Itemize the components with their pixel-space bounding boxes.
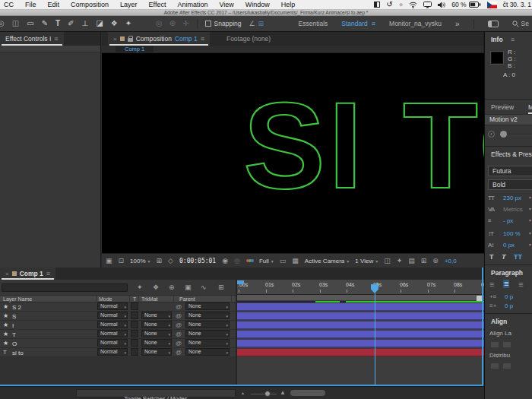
- parent-dropdown[interactable]: None▾: [185, 348, 230, 356]
- trkmat-dropdown[interactable]: None▾: [141, 321, 172, 328]
- snap-angle-icon[interactable]: ∠: [249, 21, 255, 27]
- shy-layers-icon[interactable]: ⊕: [169, 284, 175, 291]
- layer-row-i[interactable]: ★ I Normal▾ None▾ @ None▾: [0, 321, 236, 330]
- timeline-zoom-in-icon[interactable]: ▲: [280, 390, 286, 396]
- blend-mode-dropdown[interactable]: Normal▾: [97, 302, 128, 310]
- panel-menu-icon[interactable]: ≡: [46, 270, 50, 277]
- battery-icon[interactable]: [469, 2, 481, 8]
- blend-mode-dropdown[interactable]: Normal▾: [97, 339, 128, 347]
- menu-help[interactable]: Help: [281, 1, 296, 8]
- baseline-shift-value[interactable]: 0 px: [503, 242, 515, 249]
- kerning-value[interactable]: Metrics: [503, 206, 523, 213]
- tab-motion-partial[interactable]: M: [528, 103, 532, 114]
- parent-dropdown[interactable]: None▾: [185, 312, 230, 319]
- workspace-monitor[interactable]: Monitor_na_vysku: [389, 20, 442, 27]
- pixel-aspect-icon[interactable]: ◫: [384, 258, 391, 264]
- magnification-dropdown[interactable]: 100% ▾: [130, 258, 150, 264]
- layer-name[interactable]: S: [12, 313, 16, 320]
- primary-viewer-icon[interactable]: ⊡: [119, 258, 125, 264]
- menu-view[interactable]: View: [219, 1, 233, 8]
- marquee-tool[interactable]: ◫: [12, 20, 19, 27]
- timeline-button-icon[interactable]: ▤: [408, 258, 415, 264]
- workspace-bar-icon[interactable]: [488, 21, 499, 27]
- timeline-zoom-track[interactable]: [251, 394, 277, 394]
- workspace-standard[interactable]: Standard: [341, 20, 368, 27]
- pickwhip-icon[interactable]: @: [176, 312, 182, 319]
- snapping-checkbox[interactable]: [205, 21, 211, 27]
- brush-tool[interactable]: ✐: [68, 20, 74, 27]
- info-panel-title[interactable]: Info: [491, 36, 503, 43]
- camera-view-dropdown[interactable]: Active Camera ▾: [305, 258, 349, 264]
- trkmat-dropdown[interactable]: None▾: [141, 339, 172, 347]
- pickwhip-icon[interactable]: @: [176, 349, 182, 356]
- exposure-value[interactable]: +0,0: [445, 258, 457, 264]
- composition-viewport[interactable]: SI TO: [102, 53, 484, 253]
- vertical-scale-value[interactable]: 100 %: [503, 230, 521, 237]
- pickwhip-icon[interactable]: @: [176, 331, 182, 337]
- puppet-pin-tool[interactable]: ✦: [125, 20, 131, 27]
- layer-name[interactable]: S 2: [12, 304, 21, 311]
- vertical-scale-dropdown-icon[interactable]: ▾: [529, 230, 531, 236]
- faux-italic-button[interactable]: T: [502, 253, 506, 261]
- indent-right-value[interactable]: 0 p: [505, 302, 513, 309]
- draft-3d-icon[interactable]: ❖: [153, 284, 159, 291]
- layer-row-sito[interactable]: T si to Normal▾ None▾ @ None▾: [0, 348, 236, 357]
- column-parent[interactable]: Parent: [179, 296, 195, 302]
- menu-window[interactable]: Window: [245, 1, 270, 8]
- menu-app[interactable]: CC: [4, 1, 14, 8]
- leading-dropdown-icon[interactable]: ▾: [529, 217, 531, 223]
- blend-mode-dropdown[interactable]: Normal▾: [97, 321, 128, 328]
- layer-bar-shape[interactable]: [237, 303, 484, 311]
- parent-dropdown[interactable]: None▾: [185, 339, 230, 347]
- layer-name[interactable]: T: [12, 331, 16, 338]
- blend-mode-dropdown[interactable]: Normal▾: [97, 312, 128, 319]
- bluetooth-icon[interactable]: ⋄: [399, 2, 404, 8]
- font-size-value[interactable]: 230 px: [503, 195, 521, 201]
- work-area-bar[interactable]: [237, 295, 484, 301]
- toggle-switches-button[interactable]: Toggle Switches / Modes: [76, 389, 236, 397]
- clone-stamp-tool[interactable]: ⊥: [82, 20, 89, 27]
- align-center-button[interactable]: ≡: [503, 280, 509, 288]
- trkmat-box[interactable]: [131, 339, 138, 347]
- parent-dropdown[interactable]: None▾: [185, 330, 230, 337]
- trkmat-box[interactable]: [131, 312, 138, 319]
- menubar-clock[interactable]: čt 30. 3. 1: [503, 1, 531, 8]
- fast-previews-icon[interactable]: ✦: [397, 258, 403, 264]
- parent-dropdown[interactable]: None▾: [185, 321, 230, 328]
- all-caps-button[interactable]: TT: [514, 253, 522, 261]
- preview-back-button[interactable]: ‹: [488, 131, 495, 138]
- flowchart-icon[interactable]: ⊞: [421, 258, 427, 264]
- baseline-shift-dropdown-icon[interactable]: ▾: [529, 242, 531, 247]
- layer-row-s[interactable]: ★ S Normal▾ None▾ @ None▾: [0, 312, 236, 321]
- menu-effect[interactable]: Effect: [149, 1, 166, 8]
- workspace-essentials[interactable]: Essentials: [299, 20, 328, 27]
- font-style-dropdown[interactable]: Bold: [488, 179, 532, 190]
- workspace-overflow-chevron[interactable]: »: [455, 20, 460, 28]
- view-layout-dropdown[interactable]: 1 View ▾: [355, 258, 378, 264]
- timeline-search-field[interactable]: [2, 283, 128, 292]
- grid-guides-icon[interactable]: ⊞: [157, 258, 163, 264]
- exposure-reset-icon[interactable]: ⊛: [432, 258, 439, 264]
- trkmat-box[interactable]: [131, 302, 138, 310]
- current-time-display[interactable]: 0:00:05:01: [179, 258, 216, 264]
- layer-bar-shape[interactable]: [237, 340, 484, 347]
- trkmat-dropdown[interactable]: None▾: [141, 330, 172, 337]
- pickwhip-icon[interactable]: @: [176, 321, 182, 328]
- panel-menu-icon[interactable]: ≡: [201, 35, 204, 43]
- layer-bar-shape[interactable]: [237, 321, 484, 329]
- transparency-grid-icon[interactable]: ▦: [292, 258, 299, 264]
- time-ruler[interactable]: :00s 01s 02s 03s 04s 05s 06s 07s 08s 09s: [237, 280, 484, 295]
- font-size-dropdown-icon[interactable]: ▾: [529, 195, 531, 200]
- horizontal-scrollbar-thumb[interactable]: [290, 390, 325, 396]
- always-preview-icon[interactable]: ▣: [106, 258, 112, 264]
- composition-mini-flowchart-icon[interactable]: ✦: [137, 284, 143, 291]
- menu-composition[interactable]: Composition: [71, 1, 109, 8]
- layer-bar-text[interactable]: [237, 349, 484, 356]
- kerning-dropdown-icon[interactable]: ▾: [529, 206, 531, 211]
- column-t[interactable]: T: [133, 296, 136, 302]
- layer-row-s2[interactable]: ★ S 2 Normal▾ @ None▾: [0, 302, 236, 312]
- frame-blending-icon[interactable]: ▣: [185, 284, 192, 291]
- graph-editor-icon[interactable]: ⊞: [218, 284, 224, 291]
- wifi-icon[interactable]: [409, 2, 417, 8]
- resolution-dropdown[interactable]: Full ▾: [259, 258, 274, 264]
